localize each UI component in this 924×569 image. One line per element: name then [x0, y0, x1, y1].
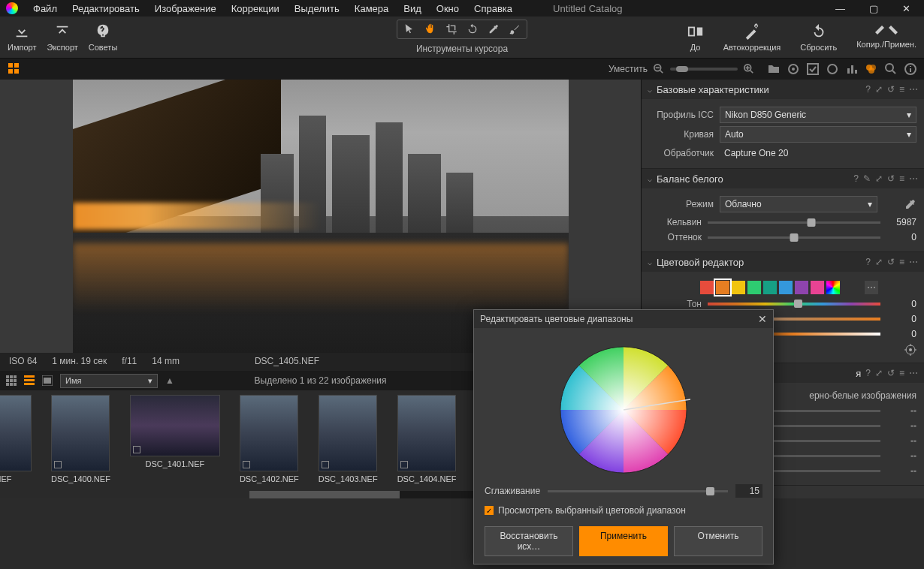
dialog-close-icon[interactable]: ✕	[758, 313, 767, 325]
filmstrip-icon[interactable]	[42, 375, 53, 386]
color-icon[interactable]	[865, 63, 877, 75]
cursor-tools: Инструменты курсора	[397, 20, 527, 54]
help-icon[interactable]: ?	[865, 84, 871, 95]
color-editor-header[interactable]: ⌵Цветовой редактор?⤢↺≡⋯	[642, 252, 924, 272]
menu-image[interactable]: Изображение	[147, 1, 224, 17]
svg-point-32	[909, 348, 912, 351]
eyedropper-icon[interactable]	[488, 23, 500, 35]
svg-rect-17	[6, 375, 9, 378]
histogram-icon[interactable]	[846, 63, 858, 75]
swatch-options[interactable]: ⋯	[865, 281, 878, 294]
autocorrect-button[interactable]: Автокоррекция	[723, 23, 781, 52]
swatch-5[interactable]	[779, 281, 793, 294]
close-icon[interactable]: ✕	[895, 1, 918, 17]
tint-slider[interactable]	[708, 236, 880, 239]
swatch-3[interactable]	[747, 281, 761, 294]
sort-select[interactable]: Имя▾	[60, 374, 158, 388]
dialog-title: Редактировать цветовые диапазоны	[480, 314, 633, 324]
wb-eyedropper-icon[interactable]	[904, 198, 916, 210]
grid-icon[interactable]	[6, 375, 17, 386]
copy-apply-button[interactable]: Копир./Примен.	[856, 23, 916, 49]
swatch-2[interactable]	[732, 281, 745, 294]
grid-view-icon[interactable]	[8, 62, 21, 76]
thumb-2[interactable]: DSC_1402.NEF	[240, 395, 299, 483]
svg-point-11	[828, 65, 837, 74]
engine-value: Capture One 20	[720, 146, 793, 161]
maximize-icon[interactable]: ▢	[862, 1, 886, 17]
thumb-0[interactable]: DSC_1400.NEF	[51, 395, 110, 483]
thumb-3[interactable]: DSC_1403.NEF	[319, 395, 378, 483]
base-panel-header[interactable]: ⌵Базовые характеристики?⤢↺≡⋯	[642, 80, 924, 99]
target-icon[interactable]	[904, 344, 916, 356]
kelvin-slider[interactable]	[708, 221, 880, 224]
svg-rect-19	[14, 375, 17, 378]
cursor-label: Инструменты курсора	[416, 44, 508, 54]
svg-rect-20	[6, 379, 9, 382]
menu-window[interactable]: Окно	[429, 1, 467, 17]
rotate-icon[interactable]	[467, 23, 479, 35]
zoom-in-icon[interactable]	[744, 64, 754, 74]
filename-label: DSC_1405.NEF	[255, 356, 319, 368]
thumb-4[interactable]: DSC_1404.NEF	[397, 395, 457, 483]
circle-icon[interactable]	[826, 63, 838, 75]
svg-rect-22	[14, 379, 17, 382]
menu-file[interactable]: Файл	[26, 1, 65, 17]
menu-view[interactable]: Вид	[396, 1, 429, 17]
capture-icon[interactable]	[787, 63, 799, 75]
search-icon[interactable]	[885, 63, 897, 75]
preview-checkbox[interactable]: ✓Просмотреть выбранный цветовой диапазон	[485, 505, 762, 516]
reset-icon[interactable]: ↺	[887, 84, 895, 95]
color-range-dialog: Редактировать цветовые диапазоны✕	[473, 309, 774, 564]
color-swatches: ⋯	[700, 281, 916, 294]
swatch-4[interactable]	[763, 281, 777, 294]
svg-rect-24	[10, 383, 13, 386]
menu-help[interactable]: Справка	[467, 1, 520, 17]
iso-label: ISO 64	[9, 356, 37, 368]
advice-button[interactable]: Советы	[89, 23, 117, 52]
menu-edit[interactable]: Редактировать	[65, 1, 147, 17]
pointer-icon[interactable]	[403, 23, 415, 35]
zoom-out-icon[interactable]	[654, 64, 664, 74]
reset-button[interactable]: Сбросить	[800, 23, 837, 52]
svg-rect-10	[808, 64, 818, 74]
swatch-1[interactable]	[716, 281, 729, 294]
menu-adjust[interactable]: Коррекции	[224, 1, 287, 17]
smoothing-slider[interactable]	[548, 490, 728, 492]
zoom-slider[interactable]	[670, 68, 738, 71]
menu-select[interactable]: Выделить	[287, 1, 347, 17]
restore-button[interactable]: Восстановить исх…	[485, 526, 573, 556]
thumb-prev[interactable]: .NEF	[0, 395, 32, 483]
import-button[interactable]: Импорт	[8, 23, 36, 52]
svg-rect-30	[44, 378, 51, 384]
crop-icon[interactable]	[445, 23, 457, 35]
before-after-button[interactable]: До	[687, 23, 704, 52]
zoom-fit-label[interactable]: Уместить	[608, 64, 648, 74]
library-icon[interactable]	[768, 63, 780, 75]
export-button[interactable]: Экспорт	[47, 23, 77, 52]
menu-icon[interactable]: ≡	[899, 84, 904, 95]
swatch-6[interactable]	[795, 281, 808, 294]
list-icon[interactable]	[24, 375, 35, 386]
check-icon[interactable]	[807, 63, 819, 75]
swatch-7[interactable]	[811, 281, 824, 294]
info-icon[interactable]	[904, 63, 916, 75]
wb-mode-select[interactable]: Облачно▾	[720, 196, 877, 212]
thumb-1[interactable]: DSC_1401.NEF	[130, 395, 220, 468]
minimize-icon[interactable]: —	[828, 1, 853, 17]
icc-select[interactable]: Nikon D850 Generic▾	[720, 107, 916, 123]
hand-icon[interactable]	[424, 23, 436, 35]
color-wheel[interactable]	[557, 343, 690, 477]
hue-slider[interactable]	[708, 303, 880, 306]
smoothing-value[interactable]: 15	[735, 484, 762, 498]
apply-button[interactable]: Применить	[579, 526, 668, 556]
swatch-0[interactable]	[700, 281, 714, 294]
sort-dir-icon[interactable]: ▲	[165, 375, 174, 386]
svg-rect-5	[14, 69, 19, 74]
wb-panel-header[interactable]: ⌵Баланс белого?✎⤢↺≡⋯	[642, 169, 924, 188]
swatch-8[interactable]	[826, 281, 840, 294]
curve-select[interactable]: Auto▾	[720, 126, 916, 143]
cancel-button[interactable]: Отменить	[674, 526, 762, 556]
brush-icon[interactable]	[509, 23, 521, 35]
menu-camera[interactable]: Камера	[347, 1, 396, 17]
expand-icon[interactable]: ⤢	[875, 84, 883, 95]
